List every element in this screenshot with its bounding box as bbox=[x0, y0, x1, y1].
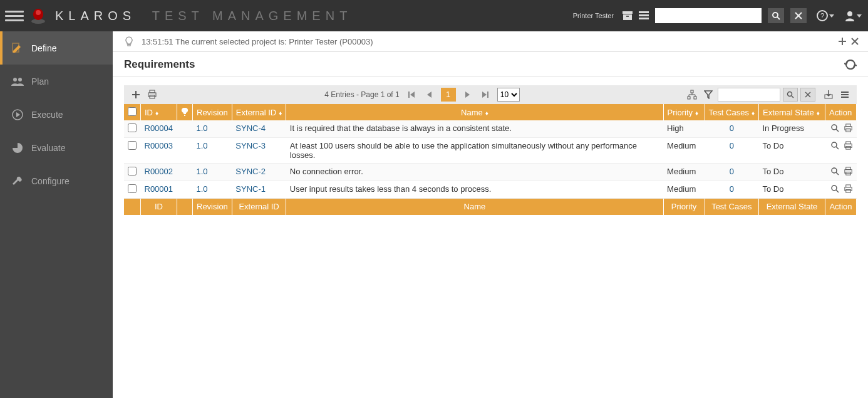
revision-link[interactable]: 1.0 bbox=[197, 141, 208, 150]
table-row[interactable]: R00002 1.0 SYNC-2 No connection error. M… bbox=[124, 164, 857, 181]
revision-link[interactable]: 1.0 bbox=[197, 123, 208, 133]
last-page-button[interactable] bbox=[480, 89, 491, 100]
menu-icon[interactable] bbox=[5, 6, 24, 25]
test-cases-link[interactable]: 0 bbox=[730, 123, 734, 133]
view-icon[interactable] bbox=[830, 167, 840, 176]
revision-link[interactable]: 1.0 bbox=[197, 167, 208, 176]
filter-input[interactable] bbox=[718, 88, 780, 102]
entries-text: 4 Entries - Page 1 of 1 bbox=[324, 90, 399, 99]
user-icon[interactable] bbox=[844, 10, 862, 21]
sidebar-item-configure[interactable]: Configure bbox=[0, 164, 113, 197]
view-icon[interactable] bbox=[830, 184, 840, 194]
select-all-checkbox[interactable] bbox=[128, 107, 137, 116]
id-link[interactable]: R00004 bbox=[145, 123, 173, 133]
notice-bar: 13:51:51 The current selected project is… bbox=[113, 31, 868, 52]
priority-cell: Medium bbox=[663, 181, 705, 199]
id-link[interactable]: R00001 bbox=[145, 184, 173, 194]
global-search-input[interactable] bbox=[655, 8, 762, 23]
refresh-icon[interactable] bbox=[844, 58, 857, 71]
col-priority[interactable]: Priority♦ bbox=[663, 104, 705, 120]
help-icon[interactable]: ? bbox=[817, 10, 834, 21]
prev-page-button[interactable] bbox=[423, 89, 435, 100]
page-title: Requirements bbox=[124, 58, 195, 71]
tree-icon[interactable] bbox=[685, 88, 699, 102]
sidebar-item-execute[interactable]: Execute bbox=[0, 98, 113, 131]
play-icon bbox=[11, 109, 24, 120]
svg-line-63 bbox=[836, 172, 839, 175]
print-icon[interactable] bbox=[844, 184, 853, 194]
row-checkbox[interactable] bbox=[128, 141, 137, 150]
id-link[interactable]: R00002 bbox=[145, 167, 173, 176]
add-button[interactable] bbox=[129, 88, 143, 102]
col-action: Action bbox=[825, 104, 857, 120]
topbar: KLAROS TEST MANAGEMENT Printer Tester ? bbox=[0, 0, 868, 31]
svg-point-8 bbox=[773, 13, 778, 18]
svg-point-16 bbox=[13, 78, 17, 81]
name-cell: It is required that the database is alwa… bbox=[286, 120, 663, 138]
row-checkbox[interactable] bbox=[128, 123, 137, 132]
next-page-button[interactable] bbox=[462, 89, 473, 100]
svg-rect-69 bbox=[845, 185, 850, 187]
search-button[interactable] bbox=[768, 8, 784, 23]
sidebar-item-evaluate[interactable]: Evaluate bbox=[0, 131, 113, 164]
col-external-state[interactable]: External State♦ bbox=[759, 104, 825, 120]
archive-icon[interactable] bbox=[623, 11, 633, 20]
menu-icon[interactable] bbox=[838, 88, 852, 102]
users-icon bbox=[11, 76, 24, 86]
col-checkbox[interactable] bbox=[124, 104, 141, 120]
col-bulb[interactable] bbox=[177, 104, 193, 120]
col-test-cases[interactable]: Test Cases♦ bbox=[705, 104, 758, 120]
print-icon[interactable] bbox=[844, 123, 853, 133]
filter-icon[interactable] bbox=[701, 88, 715, 102]
brand-sub: TEST MANAGEMENT bbox=[152, 9, 353, 23]
sidebar-item-define[interactable]: Define bbox=[0, 31, 113, 65]
col-name[interactable]: Name♦ bbox=[286, 104, 663, 120]
table-row[interactable]: R00003 1.0 SYNC-3 At least 100 users sho… bbox=[124, 138, 857, 164]
test-cases-link[interactable]: 0 bbox=[730, 141, 734, 150]
export-icon[interactable] bbox=[822, 88, 835, 102]
brand: KLAROS TEST MANAGEMENT bbox=[55, 9, 352, 23]
row-checkbox[interactable] bbox=[128, 167, 137, 175]
svg-point-17 bbox=[18, 78, 22, 81]
notice-text: 13:51:51 The current selected project is… bbox=[142, 37, 373, 46]
topbar-right: Printer Tester ? bbox=[573, 8, 862, 23]
external-id-link[interactable]: SYNC-2 bbox=[235, 167, 266, 176]
plus-icon[interactable] bbox=[838, 37, 847, 46]
revision-link[interactable]: 1.0 bbox=[197, 184, 208, 194]
test-cases-link[interactable]: 0 bbox=[730, 167, 734, 176]
print-icon[interactable] bbox=[844, 167, 853, 176]
print-button[interactable] bbox=[145, 88, 159, 102]
svg-marker-33 bbox=[482, 92, 487, 98]
first-page-button[interactable] bbox=[406, 89, 417, 100]
svg-rect-26 bbox=[150, 90, 155, 93]
table-row[interactable]: R00001 1.0 SYNC-1 User input results tak… bbox=[124, 181, 857, 199]
col-id[interactable]: ID♦ bbox=[141, 104, 177, 120]
filter-search-button[interactable] bbox=[783, 88, 798, 102]
table-row[interactable]: R00004 1.0 SYNC-4 It is required that th… bbox=[124, 120, 857, 138]
sidebar: Define Plan Execute Evaluate Configure bbox=[0, 31, 113, 398]
svg-rect-34 bbox=[487, 92, 488, 98]
main-content: 13:51:51 The current selected project is… bbox=[113, 31, 868, 398]
col-external-id[interactable]: External ID♦ bbox=[232, 104, 286, 120]
external-id-link[interactable]: SYNC-1 bbox=[235, 184, 266, 194]
sidebar-item-label: Execute bbox=[31, 110, 63, 120]
list-icon[interactable] bbox=[639, 11, 649, 20]
view-icon[interactable] bbox=[830, 141, 840, 150]
col-revision[interactable]: Revision bbox=[193, 104, 232, 120]
id-link[interactable]: R00003 bbox=[145, 141, 173, 150]
sidebar-item-plan[interactable]: Plan bbox=[0, 65, 113, 98]
close-icon[interactable] bbox=[850, 37, 859, 46]
external-id-link[interactable]: SYNC-3 bbox=[235, 141, 266, 150]
filter-clear-button[interactable] bbox=[800, 88, 815, 102]
page-size-select[interactable]: 10 bbox=[497, 88, 520, 102]
external-id-link[interactable]: SYNC-4 bbox=[235, 123, 266, 133]
svg-rect-54 bbox=[845, 124, 850, 127]
view-icon[interactable] bbox=[830, 123, 840, 133]
print-icon[interactable] bbox=[844, 141, 853, 150]
page-number[interactable]: 1 bbox=[441, 88, 456, 102]
svg-line-58 bbox=[836, 147, 839, 149]
test-cases-link[interactable]: 0 bbox=[730, 184, 734, 194]
row-checkbox[interactable] bbox=[128, 184, 137, 193]
chevron-down-icon bbox=[829, 14, 834, 18]
clear-search-button[interactable] bbox=[790, 8, 807, 23]
